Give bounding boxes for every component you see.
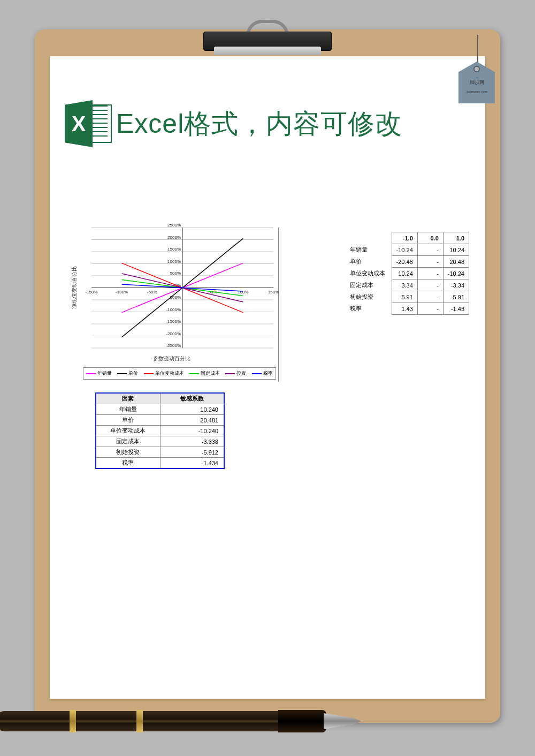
table-row: 单价-20.48-20.48 (346, 256, 469, 268)
data-cell: -1.43 (443, 303, 469, 315)
excel-icon: X (65, 100, 112, 147)
data-cell: - (417, 244, 443, 256)
data-cell: - (417, 268, 443, 279)
clipboard-frame: 脚步网 JIAOBU365.COM X Excel格式，内容可修改 净现值变动百… (35, 29, 500, 723)
data-cell: 20.48 (443, 256, 469, 268)
sensitivity-chart: 净现值变动百分比 -2500%-2000%-1500%-1000%-500%0%… (65, 228, 279, 382)
legend-item: 单价 (117, 370, 138, 377)
table-row: 税率-1.434 (96, 458, 224, 469)
clipboard-clip (203, 20, 332, 57)
sens-value: 10.240 (160, 404, 224, 415)
legend-item: 固定成本 (189, 370, 220, 377)
table-row: 单位变动成本-10.240 (96, 426, 224, 436)
row-label: 单位变动成本 (346, 268, 392, 279)
svg-text:2000%: 2000% (167, 235, 181, 240)
row-label: 税率 (346, 303, 392, 315)
data-cell: 3.34 (392, 279, 417, 291)
fountain-pen (0, 704, 369, 741)
sens-name: 单价 (96, 415, 160, 426)
row-label: 单价 (346, 256, 392, 268)
legend-item: 年销量 (86, 370, 112, 377)
table-row: 单价20.481 (96, 415, 224, 426)
row-label: 年销量 (346, 244, 392, 256)
data-cell: -20.48 (392, 256, 417, 268)
sens-value: -1.434 (160, 458, 224, 469)
svg-text:-1000%: -1000% (166, 307, 181, 312)
data-cell: - (417, 279, 443, 291)
svg-text:150%: 150% (268, 290, 279, 294)
row-label: 固定成本 (346, 279, 392, 291)
legend-item: 投资 (225, 370, 246, 377)
svg-text:-100%: -100% (116, 290, 128, 294)
data-cell: 10.24 (443, 244, 469, 256)
table-row: 固定成本-3.338 (96, 436, 224, 447)
paper-sheet: X Excel格式，内容可修改 净现值变动百分比 -2500%-2000%-15… (50, 56, 485, 699)
data-cell: 5.91 (392, 291, 417, 303)
variation-data-table: -1.00.01.0 年销量-10.24-10.24单价-20.48-20.48… (346, 232, 469, 315)
svg-text:1500%: 1500% (167, 247, 181, 252)
chart-x-axis-label: 参数变动百分比 (153, 355, 190, 362)
data-table-header: 1.0 (443, 232, 469, 244)
page-title: Excel格式，内容可修改 (116, 106, 402, 142)
document-header: X Excel格式，内容可修改 (65, 100, 402, 147)
data-cell: - (417, 291, 443, 303)
sens-th-coef: 敏感系数 (160, 393, 224, 404)
svg-text:-150%: -150% (85, 290, 97, 294)
data-cell: -3.34 (443, 279, 469, 291)
sens-name: 固定成本 (96, 436, 160, 447)
data-table-header: 0.0 (417, 232, 443, 244)
sens-name: 年销量 (96, 404, 160, 415)
chart-legend: 年销量单价单位变动成本固定成本投资税率 (83, 367, 276, 380)
legend-item: 单位变动成本 (144, 370, 184, 377)
data-cell: 10.24 (392, 268, 417, 279)
chart-y-axis-label: 净现值变动百分比 (71, 266, 78, 309)
sens-value: 20.481 (160, 415, 224, 426)
sens-name: 税率 (96, 458, 160, 469)
sens-value: -10.240 (160, 426, 224, 436)
table-row: 固定成本3.34--3.34 (346, 279, 469, 291)
svg-text:1000%: 1000% (167, 259, 181, 264)
sens-value: -3.338 (160, 436, 224, 447)
sens-name: 单位变动成本 (96, 426, 160, 436)
data-cell: -5.91 (443, 291, 469, 303)
svg-text:-50%: -50% (147, 290, 157, 294)
svg-text:-2000%: -2000% (166, 331, 181, 336)
data-cell: -10.24 (392, 244, 417, 256)
tag-text-1: 脚步网 (470, 79, 484, 86)
sens-value: -5.912 (160, 447, 224, 458)
row-label: 初始投资 (346, 291, 392, 303)
table-row: 单位变动成本10.24--10.24 (346, 268, 469, 279)
data-cell: - (417, 256, 443, 268)
table-row: 税率1.43--1.43 (346, 303, 469, 315)
table-row: 年销量10.240 (96, 404, 224, 415)
table-row: 年销量-10.24-10.24 (346, 244, 469, 256)
legend-item: 税率 (252, 370, 273, 377)
data-cell: 1.43 (392, 303, 417, 315)
table-row: 初始投资-5.912 (96, 447, 224, 458)
price-tag: 脚步网 JIAOBU365.COM (458, 35, 501, 99)
sensitivity-coefficient-table: 因素 敏感系数 年销量10.240单价20.481单位变动成本-10.240固定… (95, 392, 225, 469)
svg-text:2500%: 2500% (167, 223, 181, 228)
svg-text:100%: 100% (238, 290, 248, 294)
svg-text:500%: 500% (170, 271, 181, 276)
svg-text:-2500%: -2500% (166, 343, 181, 348)
sens-name: 初始投资 (96, 447, 160, 458)
svg-text:-1500%: -1500% (166, 319, 181, 324)
data-cell: - (417, 303, 443, 315)
data-cell: -10.24 (443, 268, 469, 279)
sens-th-factor: 因素 (96, 393, 160, 404)
table-row: 初始投资5.91--5.91 (346, 291, 469, 303)
tag-text-2: JIAOBU365.COM (466, 90, 487, 94)
data-table-header: -1.0 (392, 232, 417, 244)
